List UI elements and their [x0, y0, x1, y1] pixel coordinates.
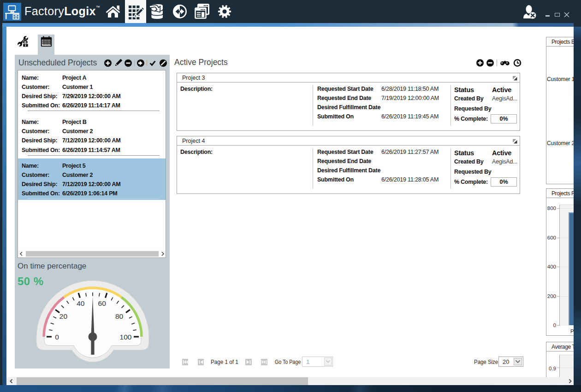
svg-text:100: 100: [120, 333, 132, 341]
svg-text:40: 40: [77, 299, 85, 307]
svg-text:0: 0: [55, 333, 59, 341]
svg-text:80: 80: [115, 312, 124, 320]
svg-text:60: 60: [98, 299, 107, 307]
svg-text:20: 20: [59, 312, 68, 320]
